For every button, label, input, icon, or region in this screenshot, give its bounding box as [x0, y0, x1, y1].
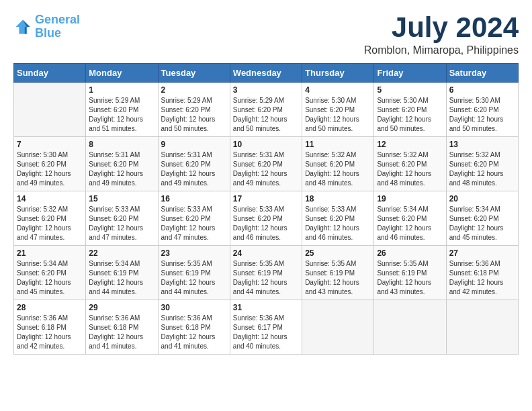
calendar-cell: 4 Sunrise: 5:30 AM Sunset: 6:20 PM Dayli… — [302, 83, 374, 137]
day-number: 2 — [161, 85, 227, 95]
daylight-label: Daylight: 12 hours and 43 minutes. — [377, 279, 431, 295]
day-info: Sunrise: 5:35 AM Sunset: 6:19 PM Dayligh… — [161, 259, 227, 297]
sunrise-label: Sunrise: 5:35 AM — [305, 260, 356, 267]
sunrise-label: Sunrise: 5:36 AM — [89, 314, 140, 322]
sunrise-label: Sunrise: 5:34 AM — [17, 260, 68, 267]
sunset-label: Sunset: 6:20 PM — [377, 161, 427, 168]
daylight-label: Daylight: 12 hours and 50 minutes. — [377, 116, 431, 132]
day-number: 6 — [449, 85, 515, 95]
day-number: 1 — [89, 85, 154, 95]
sunset-label: Sunset: 6:18 PM — [161, 324, 211, 331]
day-info: Sunrise: 5:34 AM Sunset: 6:19 PM Dayligh… — [89, 259, 154, 297]
sunrise-label: Sunrise: 5:31 AM — [161, 151, 212, 158]
sunrise-label: Sunrise: 5:32 AM — [449, 151, 500, 158]
calendar-cell — [446, 300, 518, 355]
sunset-label: Sunset: 6:20 PM — [161, 161, 211, 168]
sunrise-label: Sunrise: 5:35 AM — [377, 260, 428, 267]
sunset-label: Sunset: 6:20 PM — [17, 215, 66, 222]
day-info: Sunrise: 5:36 AM Sunset: 6:18 PM Dayligh… — [89, 314, 154, 351]
calendar-cell: 23 Sunrise: 5:35 AM Sunset: 6:19 PM Dayl… — [158, 246, 230, 300]
day-info: Sunrise: 5:35 AM Sunset: 6:19 PM Dayligh… — [377, 259, 443, 297]
daylight-label: Daylight: 12 hours and 46 minutes. — [377, 224, 431, 241]
month-title: July 2024 — [364, 13, 519, 42]
day-number: 5 — [377, 85, 443, 95]
sunset-label: Sunset: 6:20 PM — [161, 215, 211, 222]
day-info: Sunrise: 5:32 AM Sunset: 6:20 PM Dayligh… — [449, 150, 515, 188]
calendar-header-row: Sunday Monday Tuesday Wednesday Thursday… — [14, 64, 519, 83]
day-number: 15 — [89, 194, 154, 203]
calendar-cell — [14, 83, 86, 137]
header-monday: Monday — [86, 64, 158, 83]
day-number: 12 — [377, 140, 443, 149]
daylight-label: Daylight: 12 hours and 50 minutes. — [305, 116, 359, 132]
day-info: Sunrise: 5:32 AM Sunset: 6:20 PM Dayligh… — [377, 150, 443, 188]
day-info: Sunrise: 5:33 AM Sunset: 6:20 PM Dayligh… — [161, 205, 227, 242]
calendar-cell: 26 Sunrise: 5:35 AM Sunset: 6:19 PM Dayl… — [374, 246, 446, 300]
day-info: Sunrise: 5:32 AM Sunset: 6:20 PM Dayligh… — [305, 150, 371, 188]
sunset-label: Sunset: 6:20 PM — [377, 215, 427, 222]
calendar-cell: 5 Sunrise: 5:30 AM Sunset: 6:20 PM Dayli… — [374, 83, 446, 137]
day-number: 17 — [233, 194, 299, 203]
sunset-label: Sunset: 6:18 PM — [17, 324, 66, 331]
day-info: Sunrise: 5:34 AM Sunset: 6:20 PM Dayligh… — [449, 205, 515, 242]
title-block: July 2024 Romblon, Mimaropa, Philippines — [364, 13, 519, 56]
day-number: 14 — [17, 194, 83, 203]
header-tuesday: Tuesday — [158, 64, 230, 83]
sunset-label: Sunset: 6:20 PM — [305, 161, 355, 168]
calendar-cell: 10 Sunrise: 5:31 AM Sunset: 6:20 PM Dayl… — [230, 137, 302, 191]
day-number: 7 — [17, 140, 83, 149]
calendar-cell: 25 Sunrise: 5:35 AM Sunset: 6:19 PM Dayl… — [302, 246, 374, 300]
calendar-cell: 24 Sunrise: 5:35 AM Sunset: 6:19 PM Dayl… — [230, 246, 302, 300]
day-info: Sunrise: 5:33 AM Sunset: 6:20 PM Dayligh… — [89, 205, 154, 242]
calendar-cell: 9 Sunrise: 5:31 AM Sunset: 6:20 PM Dayli… — [158, 137, 230, 191]
calendar-cell: 19 Sunrise: 5:34 AM Sunset: 6:20 PM Dayl… — [374, 191, 446, 246]
calendar-cell: 22 Sunrise: 5:34 AM Sunset: 6:19 PM Dayl… — [86, 246, 158, 300]
sunrise-label: Sunrise: 5:32 AM — [17, 205, 68, 213]
daylight-label: Daylight: 12 hours and 41 minutes. — [89, 333, 143, 350]
daylight-label: Daylight: 12 hours and 42 minutes. — [17, 333, 71, 350]
day-info: Sunrise: 5:33 AM Sunset: 6:20 PM Dayligh… — [305, 205, 371, 242]
calendar-cell: 30 Sunrise: 5:36 AM Sunset: 6:18 PM Dayl… — [158, 300, 230, 355]
daylight-label: Daylight: 12 hours and 42 minutes. — [449, 279, 504, 295]
sunset-label: Sunset: 6:18 PM — [89, 324, 138, 331]
sunrise-label: Sunrise: 5:33 AM — [305, 205, 356, 213]
sunset-label: Sunset: 6:20 PM — [89, 161, 138, 168]
header-sunday: Sunday — [14, 64, 86, 83]
day-info: Sunrise: 5:36 AM Sunset: 6:18 PM Dayligh… — [17, 314, 83, 351]
day-number: 24 — [233, 248, 299, 258]
daylight-label: Daylight: 12 hours and 44 minutes. — [89, 279, 143, 295]
sunrise-label: Sunrise: 5:33 AM — [233, 205, 284, 213]
header-saturday: Saturday — [446, 64, 518, 83]
day-info: Sunrise: 5:29 AM Sunset: 6:20 PM Dayligh… — [233, 96, 299, 134]
daylight-label: Daylight: 12 hours and 48 minutes. — [377, 170, 431, 187]
sunset-label: Sunset: 6:20 PM — [17, 269, 66, 277]
calendar-week-5: 28 Sunrise: 5:36 AM Sunset: 6:18 PM Dayl… — [14, 300, 519, 355]
sunset-label: Sunset: 6:20 PM — [17, 161, 66, 168]
daylight-label: Daylight: 12 hours and 51 minutes. — [89, 116, 143, 132]
calendar-cell — [302, 300, 374, 355]
calendar-cell: 3 Sunrise: 5:29 AM Sunset: 6:20 PM Dayli… — [230, 83, 302, 137]
sunrise-label: Sunrise: 5:36 AM — [17, 314, 68, 322]
daylight-label: Daylight: 12 hours and 44 minutes. — [161, 279, 216, 295]
sunrise-label: Sunrise: 5:36 AM — [233, 314, 284, 322]
location-subtitle: Romblon, Mimaropa, Philippines — [364, 44, 519, 56]
daylight-label: Daylight: 12 hours and 50 minutes. — [161, 116, 216, 132]
day-number: 30 — [161, 303, 227, 312]
daylight-label: Daylight: 12 hours and 49 minutes. — [161, 170, 216, 187]
sunrise-label: Sunrise: 5:30 AM — [449, 97, 500, 104]
day-number: 28 — [17, 303, 83, 312]
day-number: 26 — [377, 248, 443, 258]
calendar-table: Sunday Monday Tuesday Wednesday Thursday… — [13, 63, 519, 355]
sunset-label: Sunset: 6:20 PM — [233, 161, 283, 168]
day-number: 19 — [377, 194, 443, 203]
sunrise-label: Sunrise: 5:35 AM — [233, 260, 284, 267]
daylight-label: Daylight: 12 hours and 48 minutes. — [305, 170, 359, 187]
calendar-cell: 15 Sunrise: 5:33 AM Sunset: 6:20 PM Dayl… — [86, 191, 158, 246]
calendar-cell: 1 Sunrise: 5:29 AM Sunset: 6:20 PM Dayli… — [86, 83, 158, 137]
day-number: 20 — [449, 194, 515, 203]
sunset-label: Sunset: 6:20 PM — [89, 215, 138, 222]
day-info: Sunrise: 5:35 AM Sunset: 6:19 PM Dayligh… — [305, 259, 371, 297]
day-info: Sunrise: 5:29 AM Sunset: 6:20 PM Dayligh… — [89, 96, 154, 134]
daylight-label: Daylight: 12 hours and 47 minutes. — [89, 224, 143, 241]
day-number: 18 — [305, 194, 371, 203]
